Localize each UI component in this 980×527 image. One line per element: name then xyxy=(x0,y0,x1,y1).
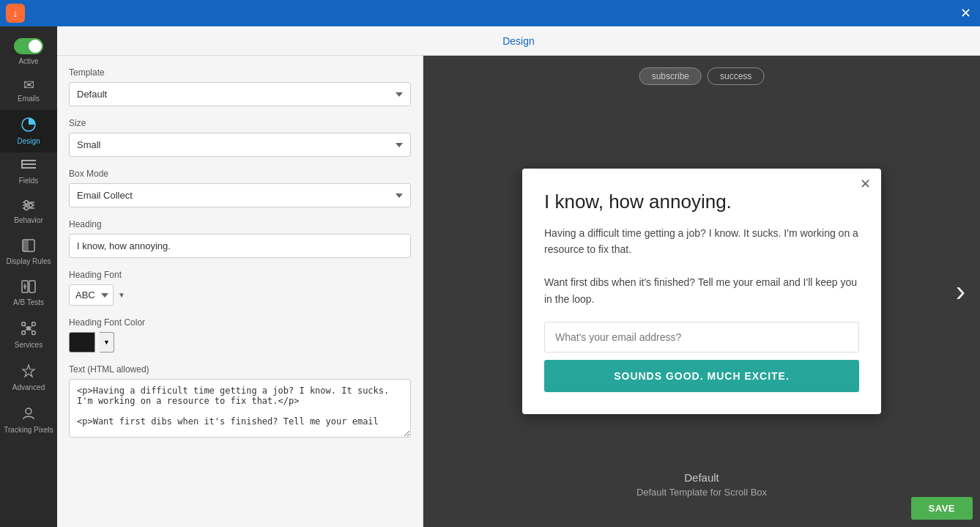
svg-rect-15 xyxy=(29,281,35,292)
design-icon xyxy=(21,117,36,134)
display-rules-icon xyxy=(22,239,35,254)
advanced-icon xyxy=(21,364,36,380)
right-section: Design Template Default Size Small xyxy=(57,26,980,527)
svg-point-21 xyxy=(22,331,26,335)
heading-font-select[interactable]: ABC xyxy=(69,284,114,306)
save-button[interactable]: SAVE xyxy=(911,497,973,520)
sidebar-item-active[interactable]: Active xyxy=(0,32,57,71)
heading-font-color-group: Heading Font Color ▼ xyxy=(69,317,411,353)
text-group: Text (HTML allowed) <p>Having a difficul… xyxy=(69,364,411,441)
modal-body-text: Having a difficult time getting a job? I… xyxy=(544,225,859,307)
sidebar-item-display-rules[interactable]: Display Rules xyxy=(0,232,57,273)
template-description: Default Template for Scroll Box xyxy=(636,487,767,498)
sidebar-item-label: Emails xyxy=(18,95,40,103)
sidebar-item-label: Advanced xyxy=(12,383,45,391)
heading-font-group: Heading Font ABC ▼ xyxy=(69,270,411,306)
behavior-icon xyxy=(21,199,36,213)
svg-point-19 xyxy=(22,323,26,326)
size-label: Size xyxy=(69,118,411,128)
app-icon: ↓ xyxy=(6,4,25,23)
preview-area: subscribe success ✕ I know, how annoying… xyxy=(423,56,980,527)
font-dropdown-arrow: ▼ xyxy=(118,291,125,299)
services-icon xyxy=(21,321,36,338)
svg-rect-4 xyxy=(21,161,23,163)
svg-point-18 xyxy=(26,326,31,331)
design-header: Design xyxy=(57,26,980,56)
svg-line-24 xyxy=(31,325,32,328)
ab-tests-icon xyxy=(21,280,36,295)
box-mode-select[interactable]: Email Collect xyxy=(69,183,411,207)
svg-line-25 xyxy=(25,329,26,331)
sidebar-item-advanced[interactable]: Advanced xyxy=(0,356,57,399)
sidebar-item-ab-tests[interactable]: A/B Tests xyxy=(0,273,57,314)
sidebar-item-label: Behavior xyxy=(14,216,42,224)
svg-rect-2 xyxy=(21,163,36,165)
color-dropdown-btn[interactable]: ▼ xyxy=(100,332,114,353)
sidebar: Active ✉ Emails Design Fields Behavio xyxy=(0,26,57,527)
template-label: Template xyxy=(69,67,411,78)
heading-font-label: Heading Font xyxy=(69,270,411,280)
template-name: Default xyxy=(636,471,767,484)
svg-point-11 xyxy=(25,207,29,210)
template-group: Template Default xyxy=(69,67,411,106)
preview-bottom-info: Default Default Template for Scroll Box xyxy=(636,471,767,498)
color-picker-row: ▼ xyxy=(69,332,411,353)
active-toggle[interactable] xyxy=(14,38,43,54)
size-select[interactable]: Small xyxy=(69,133,411,157)
close-button[interactable]: ✕ xyxy=(960,5,971,21)
color-swatch[interactable] xyxy=(69,332,95,353)
sidebar-item-label: Services xyxy=(15,341,42,349)
next-arrow[interactable]: › xyxy=(956,275,965,308)
sidebar-item-label: Display Rules xyxy=(6,257,51,265)
svg-line-26 xyxy=(31,329,32,331)
heading-font-color-label: Heading Font Color xyxy=(69,317,411,328)
heading-input[interactable] xyxy=(69,234,411,258)
preview-tabs: subscribe success xyxy=(639,67,765,85)
tracking-pixels-icon xyxy=(21,406,36,423)
subscribe-tab[interactable]: subscribe xyxy=(639,67,702,85)
sidebar-item-label: Design xyxy=(17,137,40,145)
heading-group: Heading xyxy=(69,219,411,258)
template-select[interactable]: Default xyxy=(69,82,411,106)
fields-icon xyxy=(21,160,36,174)
settings-panel: Template Default Size Small Box Mode xyxy=(57,56,423,527)
sidebar-item-tracking-pixels[interactable]: Tracking Pixels xyxy=(0,399,57,441)
svg-point-20 xyxy=(32,323,36,326)
size-group: Size Small xyxy=(69,118,411,157)
modal-heading: I know, how annoying. xyxy=(544,191,859,213)
sidebar-item-fields[interactable]: Fields xyxy=(0,152,57,192)
text-textarea[interactable]: <p>Having a difficult time getting a job… xyxy=(69,379,411,438)
svg-rect-5 xyxy=(21,165,23,167)
main-layout: Active ✉ Emails Design Fields Behavio xyxy=(0,26,980,527)
heading-label: Heading xyxy=(69,219,411,229)
modal-email-input[interactable] xyxy=(544,322,859,353)
text-label: Text (HTML allowed) xyxy=(69,364,411,375)
box-mode-group: Box Mode Email Collect xyxy=(69,169,411,207)
sidebar-item-emails[interactable]: ✉ Emails xyxy=(0,71,57,110)
top-bar: ↓ ✕ xyxy=(0,0,980,26)
svg-point-9 xyxy=(25,201,29,204)
svg-point-27 xyxy=(26,408,31,414)
emails-icon: ✉ xyxy=(23,78,34,92)
font-selector: ABC ▼ xyxy=(69,284,411,306)
svg-rect-3 xyxy=(21,167,36,169)
sidebar-item-design[interactable]: Design xyxy=(0,110,57,152)
sidebar-item-label: Active xyxy=(18,57,38,65)
sidebar-item-services[interactable]: Services xyxy=(0,314,57,356)
box-mode-label: Box Mode xyxy=(69,169,411,179)
success-tab[interactable]: success xyxy=(708,67,764,85)
design-tab-label: Design xyxy=(502,35,535,47)
sidebar-item-behavior[interactable]: Behavior xyxy=(0,192,57,232)
svg-line-23 xyxy=(25,325,26,328)
modal-cta-button[interactable]: SOUNDS GOOD. MUCH EXCITE. xyxy=(544,360,859,392)
sidebar-item-label: Fields xyxy=(19,177,39,185)
sidebar-item-label: Tracking Pixels xyxy=(4,426,53,434)
svg-rect-13 xyxy=(23,240,29,251)
svg-rect-1 xyxy=(21,160,36,161)
sidebar-item-label: A/B Tests xyxy=(13,298,44,306)
svg-point-22 xyxy=(32,331,36,335)
modal-close-button[interactable]: ✕ xyxy=(860,177,871,191)
svg-point-10 xyxy=(29,204,33,207)
preview-modal: ✕ I know, how annoying. Having a difficu… xyxy=(522,169,881,414)
